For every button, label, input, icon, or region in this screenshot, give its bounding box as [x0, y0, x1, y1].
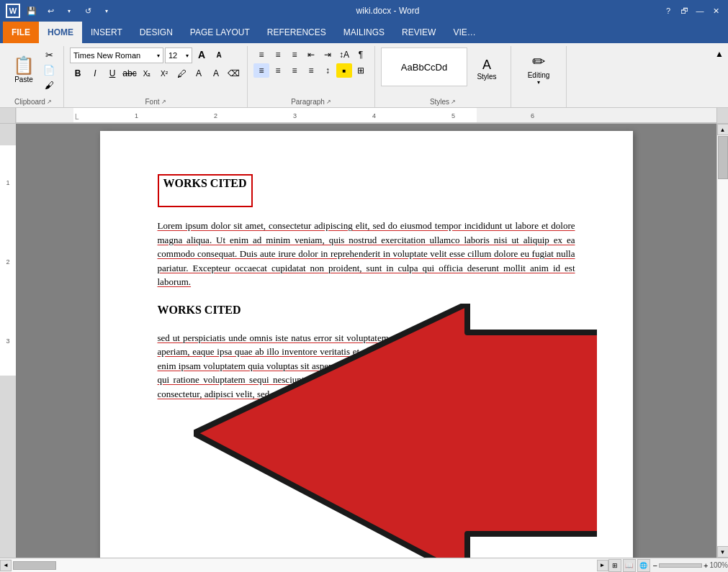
- highlight-btn[interactable]: 🖊: [174, 66, 189, 81]
- close-btn[interactable]: ✕: [709, 4, 722, 17]
- borders-btn[interactable]: ⊞: [353, 63, 369, 78]
- save-quick-btn[interactable]: 💾: [24, 4, 39, 18]
- format-painter-button[interactable]: 🖌: [40, 78, 58, 92]
- restore-btn[interactable]: 🗗: [678, 4, 691, 17]
- scroll-down-btn[interactable]: ▼: [717, 546, 729, 558]
- font-format-row: B I U abc X₂ X² 🖊 A A ⌫: [70, 66, 241, 81]
- italic-btn[interactable]: I: [87, 66, 103, 81]
- tab-insert[interactable]: INSERT: [82, 22, 131, 43]
- tab-design[interactable]: DESIGN: [131, 22, 181, 43]
- read-mode-btn[interactable]: 📖: [623, 559, 636, 572]
- styles-btn[interactable]: A Styles: [469, 47, 505, 91]
- decrease-indent-btn[interactable]: ⇤: [303, 47, 319, 62]
- font-size-dropdown-icon: ▾: [186, 53, 189, 59]
- editing-dropdown-icon: ▾: [537, 79, 540, 86]
- hscroll-thumb[interactable]: [13, 561, 56, 570]
- superscript-btn[interactable]: X²: [156, 66, 172, 81]
- clipboard-expand-icon[interactable]: ↗: [47, 99, 52, 105]
- hscroll-left-btn[interactable]: ◄: [0, 560, 12, 571]
- subscript-btn[interactable]: X₂: [139, 66, 155, 81]
- editing-label: Editing: [528, 71, 550, 79]
- strikethrough-btn[interactable]: abc: [122, 66, 138, 81]
- increase-indent-btn[interactable]: ⇥: [320, 47, 336, 62]
- zoom-level: 100%: [709, 561, 728, 569]
- title-bar-left: W 💾 ↩ ▾ ↺ ▾: [6, 4, 114, 18]
- font-name-selector[interactable]: Times New Roman ▾: [70, 47, 163, 63]
- undo-quick-btn[interactable]: ↩: [43, 4, 58, 18]
- increase-font-btn[interactable]: A: [194, 47, 210, 62]
- tab-home[interactable]: HOME: [39, 22, 82, 43]
- para-row-1: ≡ ≡ ≡ ⇤ ⇥ ↕A ¶: [253, 47, 369, 62]
- editing-content: ✏ Editing ▾: [517, 47, 560, 98]
- styles-icon: A: [482, 58, 491, 73]
- svg-text:5: 5: [451, 112, 455, 119]
- scroll-thumb[interactable]: [718, 136, 728, 179]
- help-btn[interactable]: ?: [662, 4, 675, 17]
- heading-box: WORKS CITED: [158, 174, 253, 207]
- shading-btn[interactable]: ■: [336, 63, 352, 78]
- zoom-out-btn[interactable]: −: [653, 561, 657, 570]
- editing-btn[interactable]: ✏ Editing ▾: [517, 47, 560, 91]
- text-highlight-btn[interactable]: A: [208, 66, 224, 81]
- cut-button[interactable]: ✂: [40, 47, 58, 62]
- multilevel-btn[interactable]: ≡: [287, 47, 302, 62]
- align-left-btn[interactable]: ≡: [253, 63, 269, 78]
- clipboard-group: 📋 Paste ✂ 📄 🖌 Clipboard ↗: [3, 46, 64, 107]
- show-hide-btn[interactable]: ¶: [353, 47, 369, 62]
- clear-format-btn[interactable]: ⌫: [225, 66, 241, 81]
- paste-button[interactable]: 📋 Paste: [9, 47, 39, 91]
- ribbon-collapse-btn[interactable]: ▲: [714, 47, 725, 60]
- tab-page-layout[interactable]: PAGE LAYOUT: [181, 22, 259, 43]
- font-row-1: Times New Roman ▾ 12 ▾ A A: [70, 47, 227, 63]
- redo-quick-btn[interactable]: ↺: [81, 4, 95, 18]
- tab-file[interactable]: FILE: [3, 22, 39, 43]
- main-area: 1 2 3 WORKS CITED Lorem ipsum dolor sit …: [0, 124, 728, 558]
- tab-mailings[interactable]: MAILINGS: [335, 22, 393, 43]
- minimize-btn[interactable]: —: [693, 4, 706, 17]
- underline-btn[interactable]: U: [104, 66, 120, 81]
- editing-group: ✏ Editing ▾ x: [511, 46, 567, 107]
- undo-dropdown[interactable]: ▾: [62, 4, 76, 18]
- hscroll-right-btn[interactable]: ►: [597, 560, 608, 571]
- font-size-selector[interactable]: 12 ▾: [165, 47, 192, 63]
- clipboard-label: Clipboard ↗: [14, 98, 52, 107]
- font-color-btn[interactable]: A: [191, 66, 207, 81]
- editing-icon: ✏: [532, 53, 545, 71]
- svg-text:6: 6: [531, 112, 534, 119]
- align-right-btn[interactable]: ≡: [287, 63, 302, 78]
- numbering-btn[interactable]: ≡: [270, 47, 286, 62]
- document-page: WORKS CITED Lorem ipsum dolor sit amet, …: [100, 131, 633, 558]
- font-content: Times New Roman ▾ 12 ▾ A A B I U abc X₂ …: [70, 47, 241, 98]
- paragraph-2: sed ut perspiciatis unde omnis iste natu…: [158, 331, 575, 401]
- bold-btn[interactable]: B: [70, 66, 86, 81]
- paragraph-1: Lorem ipsum dolor sit amet, consectetur …: [158, 219, 575, 289]
- ribbon-tabs: FILE HOME INSERT DESIGN PAGE LAYOUT REFE…: [0, 22, 728, 43]
- scroll-track: [717, 135, 728, 546]
- customize-quick-btn[interactable]: ▾: [99, 4, 114, 18]
- ruler-svg: 1 2 3 4 5 6 L: [16, 108, 716, 123]
- decrease-font-btn[interactable]: A: [211, 47, 227, 62]
- document-area[interactable]: WORKS CITED Lorem ipsum dolor sit amet, …: [16, 124, 716, 558]
- para-row-2: ≡ ≡ ≡ ≡ ↕ ■ ⊞: [253, 63, 369, 78]
- tab-view[interactable]: VIE…: [444, 22, 484, 43]
- bullets-btn[interactable]: ≡: [253, 47, 269, 62]
- title-bar: W 💾 ↩ ▾ ↺ ▾ wiki.docx - Word ? 🗗 — ✕: [0, 0, 728, 22]
- scroll-up-btn[interactable]: ▲: [717, 124, 729, 135]
- font-label: Font ↗: [145, 98, 166, 107]
- styles-expand-icon[interactable]: ↗: [451, 99, 456, 105]
- zoom-in-btn[interactable]: +: [704, 561, 708, 570]
- web-layout-btn[interactable]: 🌐: [637, 559, 650, 572]
- font-expand-icon[interactable]: ↗: [161, 99, 166, 105]
- justify-btn[interactable]: ≡: [303, 63, 319, 78]
- copy-button[interactable]: 📄: [40, 63, 58, 77]
- paragraph-expand-icon[interactable]: ↗: [326, 99, 331, 105]
- svg-text:1: 1: [6, 179, 9, 186]
- print-layout-btn[interactable]: ⊞: [608, 559, 621, 572]
- zoom-slider[interactable]: [659, 563, 702, 568]
- styles-preview: AaBbCcDd: [381, 47, 467, 86]
- tab-references[interactable]: REFERENCES: [259, 22, 335, 43]
- line-spacing-btn[interactable]: ↕: [320, 63, 336, 78]
- align-center-btn[interactable]: ≡: [270, 63, 286, 78]
- sort-btn[interactable]: ↕A: [336, 47, 352, 62]
- tab-review[interactable]: REVIEW: [393, 22, 444, 43]
